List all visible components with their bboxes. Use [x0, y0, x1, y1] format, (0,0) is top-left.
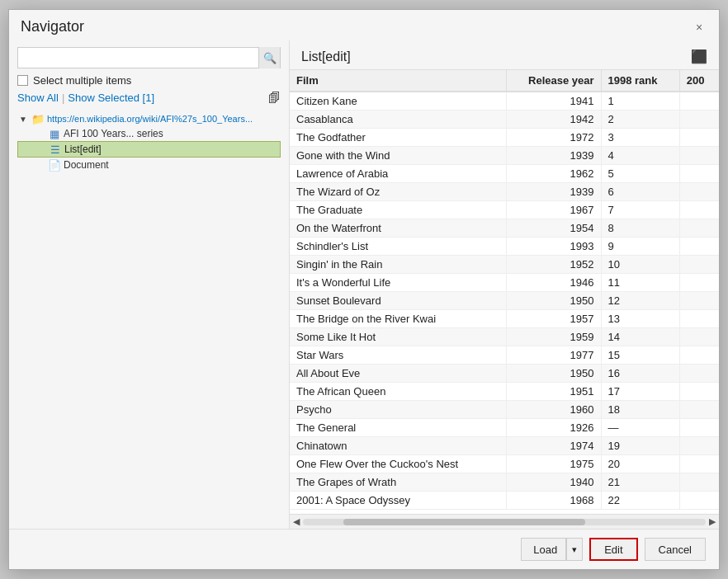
table-row[interactable]: Some Like It Hot 1959 14: [290, 328, 719, 346]
cell-extra: [679, 473, 719, 492]
table-row[interactable]: Citizen Kane 1941 1: [290, 92, 719, 111]
table-row[interactable]: Star Wars 1977 15: [290, 346, 719, 365]
cell-rank: 19: [601, 437, 679, 455]
cell-year: 1942: [506, 111, 601, 129]
cell-film: It's a Wonderful Life: [290, 274, 506, 292]
cell-year: 1967: [506, 201, 601, 219]
table-row[interactable]: One Flew Over the Cuckoo's Nest 1975 20: [290, 455, 719, 473]
cell-rank: 20: [601, 455, 679, 473]
tree-item-list[interactable]: ☰ List[edit]: [17, 141, 281, 158]
tree-item-document[interactable]: 📄 Document: [17, 158, 281, 172]
table-row[interactable]: The Wizard of Oz 1939 6: [290, 183, 719, 201]
cell-year: 1939: [506, 147, 601, 165]
load-dropdown-button[interactable]: ▾: [566, 538, 583, 561]
cell-rank: 7: [601, 201, 679, 219]
table-container[interactable]: Film Release year 1998 rank 200 Citizen …: [290, 70, 719, 514]
cell-year: 1954: [506, 219, 601, 238]
table-row[interactable]: On the Waterfront 1954 8: [290, 219, 719, 238]
cell-rank: 3: [601, 129, 679, 147]
cell-film: The African Queen: [290, 383, 506, 401]
table-row[interactable]: Singin' in the Rain 1952 10: [290, 256, 719, 274]
table-row[interactable]: Lawrence of Arabia 1962 5: [290, 165, 719, 183]
close-button[interactable]: ×: [691, 19, 707, 35]
table-row[interactable]: All About Eve 1950 16: [290, 365, 719, 383]
cell-film: Psycho: [290, 401, 506, 419]
cell-rank: 15: [601, 346, 679, 365]
col-header-extra: 200: [679, 70, 719, 92]
cell-film: The Bridge on the River Kwai: [290, 310, 506, 328]
table-row[interactable]: Schindler's List 1993 9: [290, 238, 719, 256]
data-table: Film Release year 1998 rank 200 Citizen …: [290, 70, 719, 510]
tree-label-series: AFI 100 Years... series: [64, 128, 163, 139]
show-selected-link[interactable]: Show Selected [1]: [68, 92, 154, 104]
cell-film: 2001: A Space Odyssey: [290, 492, 506, 510]
cell-film: All About Eve: [290, 365, 506, 383]
edit-button[interactable]: Edit: [589, 538, 637, 561]
export-icon[interactable]: 🗐: [268, 91, 281, 105]
dialog-body: 🔍 Select multiple items Show All | Show …: [9, 40, 719, 529]
tree-arrow-root: ▼: [17, 115, 29, 124]
cell-rank: 11: [601, 274, 679, 292]
table-row[interactable]: The Graduate 1967 7: [290, 201, 719, 219]
cell-year: 1951: [506, 383, 601, 401]
table-row[interactable]: 2001: A Space Odyssey 1968 22: [290, 492, 719, 510]
cell-year: 1926: [506, 419, 601, 437]
hscroll-right-arrow[interactable]: ▶: [709, 516, 716, 527]
cell-year: 1960: [506, 401, 601, 419]
cell-extra: [679, 328, 719, 346]
doc-icon: 📄: [47, 159, 62, 171]
table-row[interactable]: The Grapes of Wrath 1940 21: [290, 473, 719, 492]
cell-year: 1957: [506, 310, 601, 328]
cell-rank: 12: [601, 292, 679, 310]
search-icon[interactable]: 🔍: [258, 47, 280, 68]
cell-extra: [679, 111, 719, 129]
tree-item-root[interactable]: ▼ 📁 https://en.wikipedia.org/wiki/AFI%27…: [17, 111, 281, 126]
table-row[interactable]: The Bridge on the River Kwai 1957 13: [290, 310, 719, 328]
cell-film: Singin' in the Rain: [290, 256, 506, 274]
cell-extra: [679, 419, 719, 437]
cell-year: 1959: [506, 328, 601, 346]
search-input[interactable]: [18, 48, 258, 68]
table-row[interactable]: Casablanca 1942 2: [290, 111, 719, 129]
hscroll-bar: ◀ ▶: [290, 514, 719, 529]
cell-extra: [679, 165, 719, 183]
load-button[interactable]: Load: [521, 538, 566, 561]
col-header-rank: 1998 rank: [601, 70, 679, 92]
tree-label-root: https://en.wikipedia.org/wiki/AFI%27s_10…: [47, 114, 253, 124]
cell-rank: 5: [601, 165, 679, 183]
cell-rank: 9: [601, 238, 679, 256]
hscroll-track[interactable]: [303, 519, 706, 525]
table-row[interactable]: It's a Wonderful Life 1946 11: [290, 274, 719, 292]
cell-extra: [679, 129, 719, 147]
cell-year: 1939: [506, 183, 601, 201]
table-row[interactable]: Chinatown 1974 19: [290, 437, 719, 455]
divider: |: [62, 92, 64, 104]
table-row[interactable]: The Godfather 1972 3: [290, 129, 719, 147]
cell-extra: [679, 310, 719, 328]
right-export-icon[interactable]: ⬛: [691, 49, 707, 64]
left-panel: 🔍 Select multiple items Show All | Show …: [9, 40, 290, 529]
cell-rank: 6: [601, 183, 679, 201]
title-bar: Navigator ×: [9, 10, 719, 40]
cell-rank: 8: [601, 219, 679, 238]
tree-item-series[interactable]: ▦ AFI 100 Years... series: [17, 126, 281, 141]
col-header-film: Film: [290, 70, 506, 92]
table-row[interactable]: The African Queen 1951 17: [290, 383, 719, 401]
cell-extra: [679, 437, 719, 455]
navigator-dialog: Navigator × 🔍 Select multiple items Show…: [8, 9, 720, 570]
cell-extra: [679, 147, 719, 165]
folder-icon: 📁: [31, 113, 45, 125]
select-multiple-checkbox[interactable]: [17, 75, 28, 86]
select-multiple-row: Select multiple items: [17, 74, 281, 87]
hscroll-left-arrow[interactable]: ◀: [293, 516, 300, 527]
cancel-button[interactable]: Cancel: [645, 538, 706, 561]
table-row[interactable]: Sunset Boulevard 1950 12: [290, 292, 719, 310]
table-row[interactable]: The General 1926 —: [290, 419, 719, 437]
cell-film: On the Waterfront: [290, 219, 506, 238]
show-all-link[interactable]: Show All: [17, 92, 59, 104]
cell-film: Chinatown: [290, 437, 506, 455]
hscroll-thumb: [343, 519, 585, 525]
table-row[interactable]: Psycho 1960 18: [290, 401, 719, 419]
table-row[interactable]: Gone with the Wind 1939 4: [290, 147, 719, 165]
cell-film: Lawrence of Arabia: [290, 165, 506, 183]
